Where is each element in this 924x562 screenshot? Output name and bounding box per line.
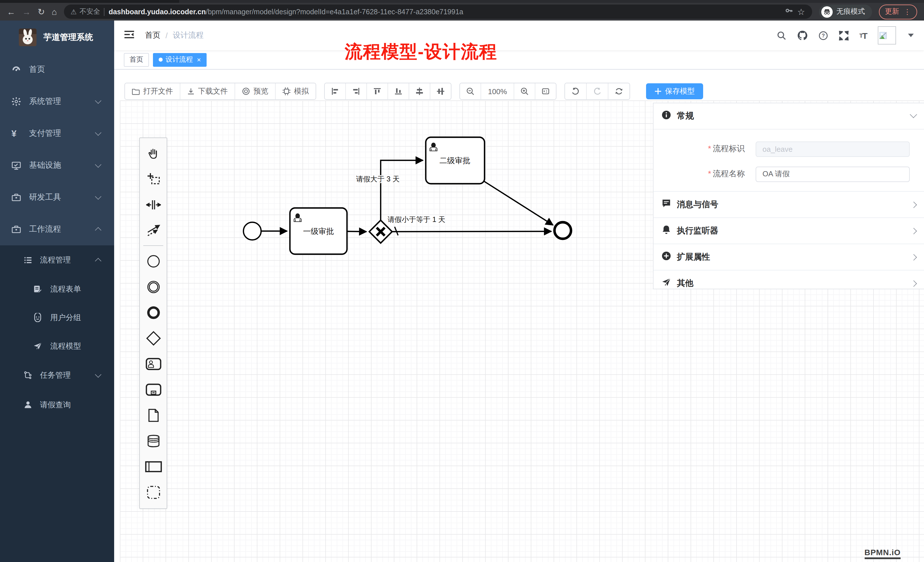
sidebar-item-process-management[interactable]: 流程管理 (0, 245, 114, 275)
flow-gateway-to-end[interactable] (392, 231, 551, 232)
process-key-input[interactable] (756, 141, 910, 157)
create-group[interactable] (140, 479, 166, 505)
task-second-approval[interactable]: 二级审批 (426, 137, 484, 184)
font-size-icon[interactable]: TT (859, 30, 867, 40)
tag-bar: 首页 设计流程 × (114, 50, 924, 70)
flow-task1-to-gateway[interactable] (347, 231, 366, 232)
sidebar-item-process-form[interactable]: 流程表单 (0, 275, 114, 304)
update-label: 更新 (885, 7, 899, 16)
preview-button[interactable]: 预览 (235, 83, 276, 99)
zoom-out-button[interactable] (460, 83, 481, 99)
sidebar-item-devtools[interactable]: 研发工具 (0, 181, 114, 213)
panel-section-messages[interactable]: 消息与信号 (654, 192, 924, 218)
sidebar-item-leave-query[interactable]: 请假查询 (0, 390, 114, 420)
simulate-button[interactable]: 模拟 (276, 83, 316, 99)
create-data-object[interactable] (140, 402, 166, 428)
address-bar[interactable]: ⚠ 不安全 dashboard.yudao.iocoder.cn/bpm/man… (64, 4, 812, 19)
sidebar-item-process-model[interactable]: 流程模型 (0, 332, 114, 361)
panel-section-title: 执行监听器 (677, 225, 718, 236)
close-icon[interactable]: × (197, 55, 201, 64)
tab-design-process[interactable]: 设计流程 × (153, 53, 207, 66)
redo-button[interactable] (587, 83, 609, 99)
align-center-button[interactable] (430, 83, 451, 99)
annotation-title: 流程模型-设计流程 (345, 40, 497, 64)
create-participant[interactable] (140, 454, 166, 479)
security-status[interactable]: ⚠ 不安全 (70, 7, 100, 16)
align-right-button[interactable] (346, 83, 367, 99)
create-data-store[interactable] (140, 428, 166, 454)
flow-label-le1[interactable]: 请假小于等于 1 天 (387, 215, 446, 223)
button-label: 下载文件 (198, 86, 228, 96)
create-start-event[interactable] (140, 248, 166, 274)
create-user-task[interactable] (140, 351, 166, 376)
browser-menu-dots-icon[interactable]: ⋮ (904, 7, 911, 16)
zoom-reset-button[interactable] (536, 83, 556, 99)
sidebar-collapse-icon[interactable] (124, 30, 134, 41)
browser-active-tab[interactable] (0, 0, 179, 3)
key-icon[interactable] (785, 6, 793, 17)
flow-gateway-to-task2[interactable] (381, 160, 423, 220)
help-icon[interactable]: ? (818, 30, 828, 40)
panel-section-other[interactable]: 其他 (654, 270, 924, 296)
create-end-event[interactable] (140, 300, 166, 325)
sidebar-item-home[interactable]: 首页 (0, 54, 114, 85)
open-file-button[interactable]: 打开文件 (125, 83, 180, 99)
create-intermediate-event[interactable] (140, 274, 166, 300)
undo-button[interactable] (565, 83, 587, 99)
browser-chrome: ← → ↻ ⌂ ⚠ 不安全 dashboard.yudao.iocoder.cn… (0, 0, 924, 21)
flow-label-gt3[interactable]: 请假大于 3 天 (356, 175, 400, 183)
align-middle-button[interactable] (409, 83, 430, 99)
task-first-approval[interactable]: 一级审批 (290, 208, 347, 254)
sidebar-item-task-management[interactable]: 任务管理 (0, 361, 114, 390)
sidebar-item-user-group[interactable]: 用户分组 (0, 304, 114, 332)
bookmark-star-icon[interactable]: ☆ (797, 7, 805, 16)
browser-update-button[interactable]: 更新 ⋮ (879, 4, 917, 19)
sidebar-item-workflow[interactable]: 工作流程 (0, 213, 114, 245)
create-gateway[interactable] (140, 325, 166, 351)
fullscreen-icon[interactable] (838, 30, 848, 40)
save-model-button[interactable]: 保存模型 (646, 83, 704, 99)
sidebar-item-label: 首页 (29, 64, 45, 75)
panel-section-listeners[interactable]: 执行监听器 (654, 218, 924, 244)
panel-general-header[interactable]: 常规 (654, 103, 924, 129)
warning-icon: ⚠ (70, 8, 77, 16)
lasso-tool[interactable] (140, 166, 166, 192)
align-button-group (324, 83, 452, 100)
space-tool[interactable] (140, 192, 166, 217)
button-label: 模拟 (294, 86, 309, 96)
avatar-caret-icon[interactable] (908, 34, 914, 37)
back-icon[interactable]: ← (7, 7, 15, 16)
process-name-input[interactable] (756, 166, 910, 182)
home-icon[interactable]: ⌂ (52, 7, 57, 16)
global-connect-tool[interactable] (140, 217, 166, 243)
github-icon[interactable] (797, 30, 807, 40)
exclusive-gateway[interactable] (369, 220, 392, 243)
sidebar-item-label: 任务管理 (40, 370, 71, 381)
panel-section-extended-attrs[interactable]: 扩展属性 (654, 244, 924, 270)
align-bottom-button[interactable] (388, 83, 409, 99)
flow-task2-to-end[interactable] (483, 181, 553, 225)
align-left-button[interactable] (325, 83, 346, 99)
avatar[interactable] (878, 26, 896, 45)
forward-icon[interactable]: → (22, 7, 31, 16)
end-event[interactable] (555, 222, 571, 239)
create-subprocess[interactable] (140, 376, 166, 402)
sidebar-item-infrastructure[interactable]: 基础设施 (0, 150, 114, 181)
sidebar-item-label: 流程表单 (50, 284, 81, 294)
hand-tool[interactable] (140, 140, 166, 166)
reload-icon[interactable]: ↻ (38, 7, 45, 16)
start-event[interactable] (243, 222, 261, 240)
sidebar-item-system[interactable]: 系统管理 (0, 85, 114, 117)
url-text[interactable]: dashboard.yudao.iocoder.cn/bpm/manager/m… (109, 8, 464, 16)
breadcrumb-home[interactable]: 首页 (145, 30, 160, 40)
bpmnio-watermark[interactable]: BPMN.iO (864, 548, 901, 559)
sidebar-item-payment[interactable]: ¥ 支付管理 (0, 117, 114, 150)
zoom-in-button[interactable] (514, 83, 536, 99)
download-file-button[interactable]: 下载文件 (180, 83, 235, 99)
button-label: 打开文件 (143, 86, 173, 96)
tab-home[interactable]: 首页 (124, 53, 149, 66)
search-icon[interactable] (777, 30, 786, 40)
app-header: 首页 / 设计流程 ? TT (114, 21, 924, 50)
restart-button[interactable] (609, 83, 630, 99)
align-top-button[interactable] (367, 83, 388, 99)
